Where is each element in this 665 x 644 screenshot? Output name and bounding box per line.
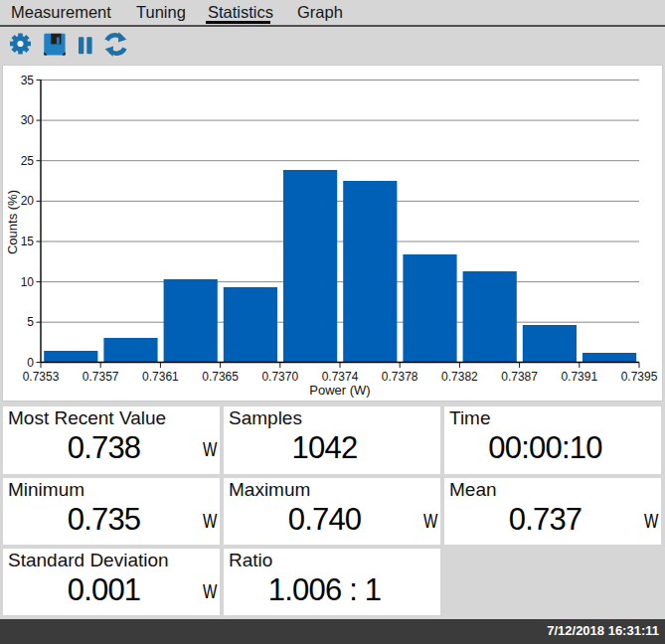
- svg-text:0.7357: 0.7357: [83, 370, 119, 384]
- svg-text:35: 35: [21, 74, 35, 87]
- svg-text:Counts (%): Counts (%): [5, 190, 20, 254]
- svg-text:5: 5: [27, 315, 34, 329]
- svg-text:10: 10: [21, 275, 35, 289]
- svg-text:0.7353: 0.7353: [23, 370, 60, 384]
- svg-text:0: 0: [27, 356, 34, 370]
- svg-text:0.7370: 0.7370: [261, 370, 298, 384]
- svg-text:Power (W): Power (W): [309, 383, 370, 398]
- svg-text:15: 15: [21, 235, 35, 248]
- svg-text:0.7365: 0.7365: [202, 370, 239, 384]
- svg-text:0.7395: 0.7395: [621, 370, 658, 384]
- svg-text:0.7387: 0.7387: [501, 370, 538, 384]
- svg-text:20: 20: [21, 194, 35, 208]
- svg-text:0.7391: 0.7391: [561, 370, 597, 384]
- svg-text:30: 30: [21, 113, 35, 127]
- svg-text:25: 25: [21, 154, 35, 168]
- svg-text:0.7374: 0.7374: [322, 370, 359, 384]
- svg-text:0.7361: 0.7361: [142, 370, 179, 384]
- svg-text:0.7382: 0.7382: [441, 370, 478, 384]
- svg-text:0.7378: 0.7378: [382, 370, 418, 384]
